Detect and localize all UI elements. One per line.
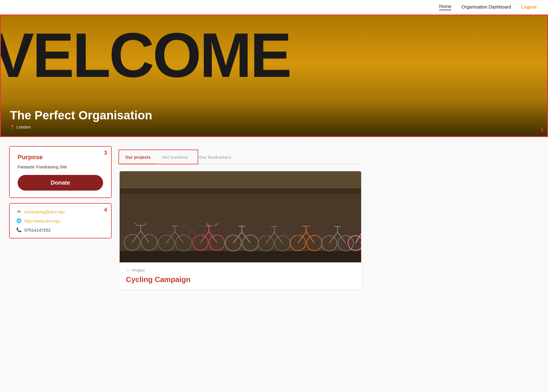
contact-email-item: ✉ fundraising@dev.ngo [16,209,105,215]
project-card: ☆ Project Cycling Campaign [120,171,361,289]
sidebar: 3 Purpose Fantastic Fundraising Site Don… [9,146,112,289]
location-text: London [17,124,31,129]
hero-badge: 1 [541,126,544,133]
contact-phone: 07514147252 [24,228,51,232]
navbar: Home Organisation Dashboard Logout [0,0,548,15]
nav-logout[interactable]: Logout [521,5,537,10]
svg-rect-2 [120,171,361,188]
phone-icon: 📞 [16,227,22,233]
contact-badge: 4 [104,207,107,213]
purpose-title: Purpose [18,154,103,161]
project-type-label: Project [132,268,145,273]
tabs-bar: Our projects Get involved Our fundraiser… [120,151,361,164]
nav-dashboard[interactable]: Organisation Dashboard [461,5,511,10]
org-name: The Perfect Organisation [10,109,538,122]
purpose-description: Fantastic Fundraising Site [18,164,103,169]
tab-our-fundraisers[interactable]: Our fundraisers [193,151,237,164]
svg-rect-3 [120,251,361,262]
location-icon: 📍 [10,125,15,129]
main-content: 3 Purpose Fantastic Fundraising Site Don… [0,137,370,298]
contact-website-item: 🌐 http://www.dev.ngo [16,218,105,224]
contact-card: 4 ✉ fundraising@dev.ngo 🌐 http://www.dev… [9,203,112,238]
globe-icon: 🌐 [16,218,22,224]
purpose-card: 3 Purpose Fantastic Fundraising Site Don… [9,146,112,198]
tab-get-involved[interactable]: Get involved [156,151,193,164]
nav-home[interactable]: Home [439,4,451,10]
right-panel: 2 2 Our projects Get involved Our fundra… [120,146,361,289]
hero-banner: VELCOME The Perfect Organisation 📍 Londo… [0,15,548,137]
hero-welcome-text: VELCOME [1,24,290,87]
tab-our-projects[interactable]: Our projects [120,151,156,164]
svg-rect-1 [120,194,361,251]
project-type: ☆ Project [126,268,355,273]
project-name: Cycling Campaign [126,275,355,284]
contact-website[interactable]: http://www.dev.ngo [24,219,60,223]
donate-button[interactable]: Donate [18,175,103,191]
email-icon: ✉ [16,209,22,215]
project-image [120,171,361,262]
hero-overlay: The Perfect Organisation 📍 London [1,102,547,136]
contact-phone-item: 📞 07514147252 [16,227,105,233]
purpose-badge: 3 [104,150,107,156]
hero-location: 📍 London [10,124,538,129]
star-icon: ☆ [126,268,130,273]
project-meta: ☆ Project Cycling Campaign [120,262,361,289]
contact-email[interactable]: fundraising@dev.ngo [24,209,65,214]
